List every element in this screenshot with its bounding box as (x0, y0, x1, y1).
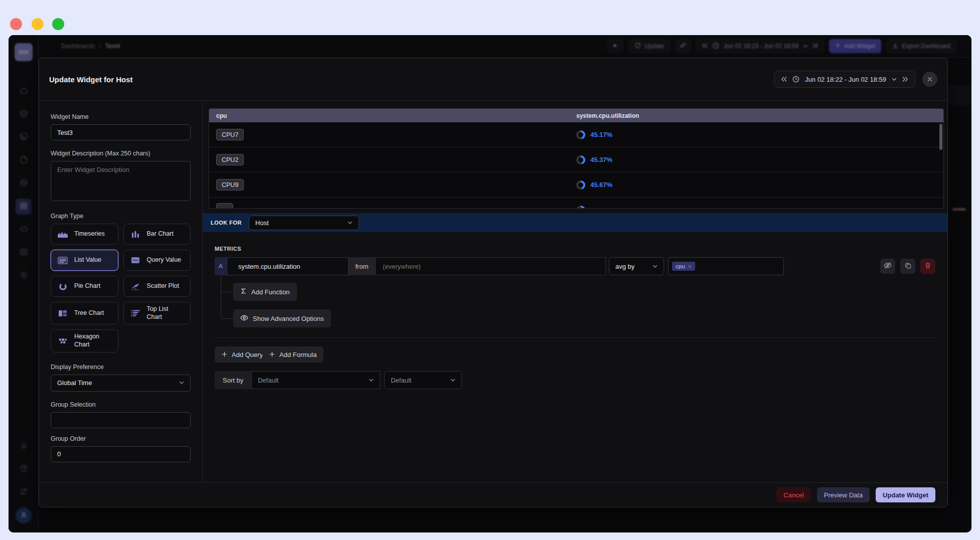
sidebar-item-alerts[interactable] (16, 222, 32, 238)
graph-type-timeseries[interactable]: Timeseries (51, 224, 118, 245)
sort-direction-select[interactable]: Default (384, 371, 462, 389)
window-minimize-button[interactable] (32, 18, 44, 30)
sidebar: MW (9, 35, 39, 532)
add-function-button[interactable]: Add Function (233, 283, 297, 301)
trash-icon (925, 262, 931, 270)
widget-description-input[interactable] (51, 161, 191, 201)
graph-type-hexagon-chart[interactable]: Hexagon Chart (51, 329, 118, 352)
cpu-utilization-value: 45.67% (590, 181, 612, 189)
share-link-button[interactable] (675, 39, 691, 53)
window-close-button[interactable] (10, 18, 22, 30)
export-dashboard-button[interactable]: Export Dashboard (886, 39, 956, 53)
app-logo[interactable]: MW (15, 43, 33, 61)
update-widget-button[interactable]: Update Widget (876, 487, 935, 502)
sidebar-item-logs[interactable] (16, 152, 32, 168)
timeseries-icon (57, 231, 69, 238)
filter-input[interactable] (375, 257, 606, 275)
sort-row: Sort by Default Default (215, 371, 462, 389)
time-back-icon[interactable] (781, 77, 787, 82)
bar-chart-icon (129, 231, 141, 238)
hide-query-button[interactable] (880, 259, 895, 274)
add-query-button[interactable]: Add Query (215, 346, 270, 363)
preview-data-button[interactable]: Preview Data (817, 487, 870, 502)
time-forward-icon[interactable] (812, 43, 819, 50)
progress-donut-icon (576, 155, 585, 164)
cpu-chip (216, 203, 233, 209)
show-advanced-options-button[interactable]: Show Advanced Options (233, 309, 331, 327)
download-icon (892, 43, 898, 50)
column-header-metric: system.cpu.utilization (576, 112, 639, 119)
tree-chart-icon (57, 310, 69, 317)
apm-icon (20, 178, 28, 189)
cancel-button[interactable]: Cancel (776, 487, 810, 502)
sidebar-item-account[interactable] (16, 507, 32, 523)
navbar-time-range-picker[interactable]: Jun 02 18:23 - Jun 02 18:59 (696, 39, 824, 53)
preferences-icon (20, 487, 28, 498)
update-dashboard-button[interactable]: Update (628, 39, 670, 53)
graph-type-query-value[interactable]: Query Value (123, 250, 191, 271)
sidebar-item-infrastructure[interactable] (16, 106, 32, 122)
services-icon (20, 132, 28, 143)
group-order-label: Group Order (51, 435, 191, 442)
aggregation-select[interactable]: avg by (609, 257, 664, 275)
sidebar-item-help[interactable] (16, 461, 32, 477)
window-maximize-button[interactable] (52, 18, 64, 30)
sidebar-item-preferences[interactable] (16, 484, 32, 500)
group-selection-input[interactable] (51, 412, 191, 428)
graph-type-tree-chart[interactable]: Tree Chart (51, 302, 118, 324)
duplicate-query-button[interactable] (900, 259, 915, 274)
time-back-icon[interactable] (702, 43, 708, 50)
graph-type-scatter-plot[interactable]: Scatter Plot (123, 276, 191, 297)
graph-type-list-value[interactable]: List Value (51, 250, 118, 271)
group-by-tags-input[interactable]: cpu (668, 257, 784, 275)
table-scrollbar[interactable] (939, 124, 942, 150)
home-icon (20, 86, 28, 97)
add-widget-button[interactable]: Add Widget (829, 39, 881, 53)
time-forward-icon[interactable] (902, 77, 908, 82)
metric-name-input[interactable] (227, 257, 349, 275)
breadcrumb: Dashboards › Test4 (61, 43, 120, 50)
background-dashboard-strip (948, 58, 971, 532)
group-order-input[interactable] (51, 446, 191, 462)
delete-query-button[interactable] (920, 259, 935, 274)
add-formula-button[interactable]: Add Formula (262, 346, 323, 363)
sidebar-item-dashboards[interactable] (16, 199, 32, 215)
settings-icon (20, 271, 28, 281)
modal-time-range-picker[interactable]: Jun 02 18:22 - Jun 02 18:59 (774, 71, 915, 88)
table-row: CPU9 45.67% (209, 172, 943, 198)
graph-type-pie-chart[interactable]: Pie Chart (51, 276, 118, 297)
widget-name-input[interactable] (51, 124, 191, 140)
link-icon (680, 42, 686, 50)
top-list-chart-icon (129, 309, 141, 317)
progress-donut-icon (576, 206, 585, 209)
column-header-cpu: cpu (209, 112, 576, 119)
sidebar-item-notifications[interactable] (16, 438, 32, 454)
sidebar-item-settings[interactable] (16, 268, 32, 284)
table-row: CPU2 45.37% (209, 147, 943, 172)
graph-type-label: Graph Type (51, 213, 191, 220)
sidebar-item-reports[interactable] (16, 245, 32, 261)
preview-table: cpu system.cpu.utilization CPU7 45.17% C… (209, 108, 944, 209)
tag-chip[interactable]: cpu (672, 262, 695, 271)
graph-type-bar-chart[interactable]: Bar Chart (123, 224, 191, 245)
modal-close-button[interactable] (922, 72, 937, 87)
top-navbar: Dashboards › Test4 Update Jun 02 18:23 -… (39, 35, 971, 58)
display-preference-select[interactable]: Global Time (51, 375, 191, 392)
help-icon (20, 464, 28, 475)
cpu-chip: CPU7 (216, 129, 244, 140)
reports-icon (20, 248, 28, 258)
update-widget-modal: Update Widget for Host Jun 02 18:22 - Ju… (39, 58, 948, 507)
breadcrumb-root[interactable]: Dashboards (61, 43, 95, 50)
play-button[interactable] (607, 39, 623, 53)
query-value-icon (129, 257, 141, 264)
sidebar-item-services[interactable] (16, 129, 32, 145)
table-row (209, 198, 943, 209)
sidebar-item-apm[interactable] (16, 175, 32, 192)
sidebar-item-home[interactable] (16, 83, 32, 99)
look-for-select[interactable]: Host (249, 216, 359, 230)
graph-type-top-list-chart[interactable]: Top List Chart (123, 302, 191, 324)
sort-field-select[interactable]: Default (251, 371, 380, 389)
plus-icon (835, 43, 841, 50)
remove-tag-icon[interactable] (688, 265, 692, 268)
widget-name-label: Widget Name (51, 113, 191, 120)
